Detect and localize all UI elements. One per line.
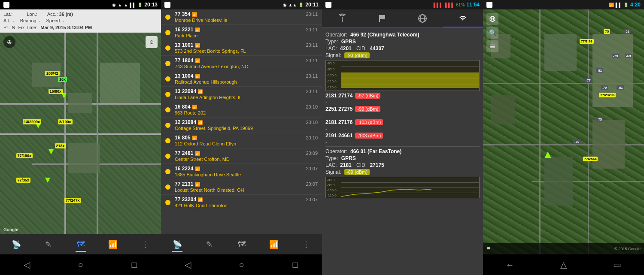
list-item[interactable]: 13 1001 📶 20:11 573 2nd Street Bonito Sp… (161, 40, 322, 56)
battery-4: 🔋 (623, 3, 629, 7)
map-label: 13/2209x (23, 119, 42, 124)
item-dot (165, 184, 170, 190)
signal-info: Operator: 466 92 (Chunghwa Telecom) Type… (322, 28, 483, 275)
back-button-2[interactable]: ◁ (179, 256, 197, 273)
tab-cell-tower[interactable] (322, 9, 362, 27)
cell-signal: -99 (dBm) (355, 106, 380, 112)
chart-label-2: -110.0 (327, 193, 337, 197)
map-view[interactable]: 208/42 16x 16/80x 13/2209x 8/100x 77/180… (0, 33, 161, 234)
map-block (68, 93, 92, 113)
acc-value: 36 (m) (59, 12, 73, 17)
home-button-4[interactable]: △ (555, 256, 572, 273)
op1-label: Operator: (325, 32, 347, 38)
svg-rect-9 (490, 45, 495, 45)
signal-icon-1: ▲ (118, 3, 122, 7)
list-item[interactable]: 77 2481 📶 20:09 Center Street Crofton, M… (161, 148, 322, 164)
cell-dash: - (325, 113, 480, 118)
map-marker (49, 149, 54, 154)
svg-rect-2 (379, 15, 380, 22)
home-button-1[interactable]: ○ (72, 256, 89, 273)
tab-wifi[interactable] (443, 9, 483, 27)
list-item[interactable]: 16 804 📶 20:10 963 Route 202 (161, 102, 322, 118)
active-indicator (76, 251, 86, 252)
back-button-4[interactable]: ← (501, 256, 519, 273)
screen-icon-4 (486, 2, 492, 8)
status-time-4: 4:20 (630, 2, 641, 8)
status-left-4 (486, 2, 492, 8)
recents-button-1[interactable]: □ (126, 256, 143, 273)
nav-more-icon-2[interactable]: ⋮ (299, 238, 313, 251)
tab-flag[interactable] (362, 9, 403, 27)
signal-bars-icon: ▌▌▌ (434, 3, 443, 7)
list-item[interactable]: 77 23204 📶 20:07 421 Holly Court Thornto… (161, 195, 322, 210)
cell-row: 2251 27275 -99 (dBm) (325, 106, 480, 112)
item-id: 77 354 📶 (175, 11, 197, 17)
compass-icon[interactable]: ⊕ (3, 36, 15, 48)
cid1-value: 44307 (370, 45, 384, 51)
cell-signal: -103 (dBm) (355, 119, 383, 125)
nav-more-icon[interactable]: ⋮ (138, 238, 152, 251)
item-address: Locust Street North Olmsted, OH (175, 187, 318, 193)
list-item[interactable]: 13 1004 📶 20:11 Railroad Avenue Hillsbor… (161, 71, 322, 87)
item-dot (165, 123, 170, 128)
battery-percent-3: 61% (456, 3, 465, 7)
type2-row: Type: GPRS (325, 155, 480, 161)
item-header: 77 1804 📶 20:11 (175, 57, 318, 63)
cell-signal: -97 (dBm) (355, 93, 380, 99)
list-item[interactable]: 12 21084 📶 20:10 Cottage Street, Springf… (161, 118, 322, 133)
nav-edit-icon-2[interactable]: ✎ (203, 238, 216, 251)
item-address: Linda Lane Arlington Heights, IL (175, 95, 318, 100)
recents-button-2[interactable]: □ (287, 256, 304, 273)
list-item[interactable]: 16 805 📶 20:10 112 Oxford Road Glenn Ell… (161, 133, 322, 148)
nav-edit-icon[interactable]: ✎ (42, 238, 55, 251)
google-logo: Google (3, 227, 18, 232)
item-address: 421 Holly Court Thornton (175, 203, 318, 208)
nav-wifi-icon[interactable]: 📶 (106, 238, 120, 251)
nav-cell-icon[interactable]: 📡 (9, 238, 23, 251)
list-item[interactable]: 16 2221 📶 20:11 Park Place (161, 25, 322, 40)
operator1-row: Operator: 466 92 (Chunghwa Telecom) (325, 32, 480, 38)
item-address: 743 Summit Avenue Lexington, NC (175, 64, 318, 69)
map-road (97, 33, 98, 234)
nav-map-icon[interactable]: 🗺 (74, 238, 88, 251)
back-button-1[interactable]: ◁ (18, 256, 36, 273)
operator2-row: Operator: 466 01 (Far EasTone) (325, 148, 480, 154)
list-item[interactable]: 77 1804 📶 20:11 743 Summit Avenue Lexing… (161, 56, 322, 71)
aerial-globe-button[interactable] (486, 13, 498, 25)
aerial-search-button[interactable]: 🔍 (486, 27, 498, 39)
list-item[interactable]: 77 2131 📶 20:07 Locust Street North Olms… (161, 179, 322, 195)
cell-dash: - (325, 140, 480, 145)
aerial-footer: ≡ © 2015 Google (483, 243, 644, 254)
map-current-location (544, 151, 551, 158)
signal-icon-2: ▲▲ (289, 3, 297, 7)
list-item[interactable]: 16 2224 📶 20:07 1385 Buckingham Drive Se… (161, 164, 322, 179)
wifi-list[interactable]: 77 354 📶 20:11 Monroe Drive Noblesville … (161, 9, 322, 234)
locate-button[interactable]: ⊙ (146, 36, 158, 48)
nav-map-icon-2[interactable]: 🗺 (235, 238, 249, 251)
hamburger-icon[interactable]: ≡ (486, 245, 490, 253)
nav-cell-icon-2[interactable]: 📡 (170, 238, 184, 251)
item-header: 77 354 📶 20:11 (175, 11, 318, 17)
home-button-2[interactable]: ○ (233, 256, 250, 273)
sig1-row: Signal: -93 (dBm) (325, 52, 480, 58)
item-header: 13 22094 📶 20:11 (175, 88, 318, 94)
aerial-map-view[interactable]: 75 -51 77/2.76 -79 -69 -81 -77 -79 -81 7… (483, 9, 644, 254)
item-id: 77 2131 📶 (175, 181, 200, 187)
list-item[interactable]: 13 22094 📶 20:11 Linda Lane Arlington He… (161, 87, 322, 102)
aerial-layers-button[interactable] (486, 40, 498, 52)
list-item[interactable]: 77 354 📶 20:11 Monroe Drive Noblesville (161, 9, 322, 25)
lac2-row: LAC: 2181 CID: 27175 (325, 162, 480, 168)
operator2-section: Operator: 466 01 (Far EasTone) Type: GPR… (325, 146, 480, 198)
item-time: 20:09 (306, 151, 318, 156)
item-time: 20:11 (306, 42, 318, 48)
item-address: Center Street Crofton, MD (175, 157, 318, 162)
status-right-1: ◉ ▲ ▲ ▌▌ 🔋 20:13 (112, 2, 158, 8)
item-id: 77 2481 📶 (175, 150, 200, 156)
map-marker (45, 178, 50, 183)
op2-value: 466 01 (Far EasTone) (350, 148, 401, 154)
nav-wifi-icon-2[interactable]: 📶 (267, 238, 281, 251)
tab-globe[interactable] (403, 9, 443, 27)
aerial-signal-label: -79 (601, 85, 608, 90)
recents-button-4[interactable]: ▭ (609, 256, 626, 273)
aerial-signal-label: -69 (573, 139, 581, 144)
